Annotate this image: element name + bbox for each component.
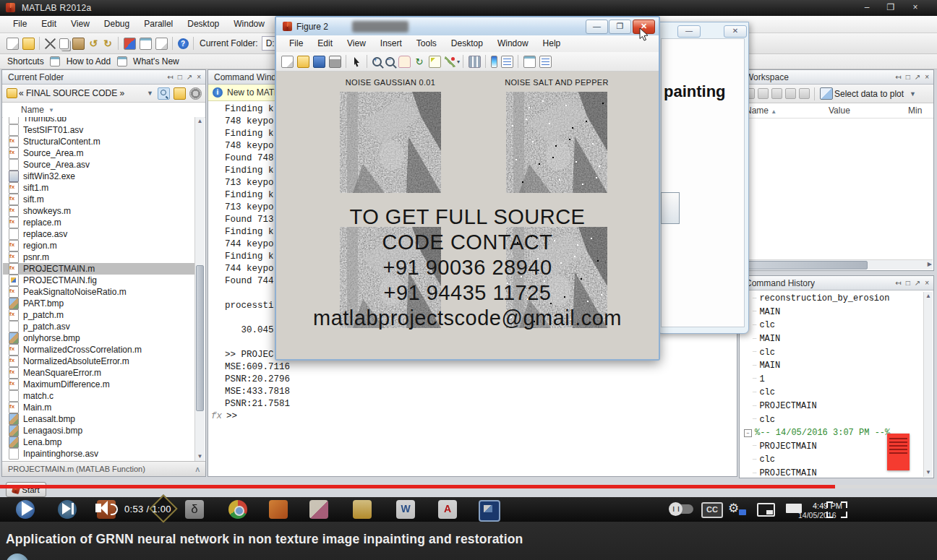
- redo-icon[interactable]: ↻: [103, 38, 114, 49]
- whats-new-link[interactable]: What's New: [133, 56, 179, 66]
- history-item[interactable]: ┈ MAIN: [744, 306, 923, 319]
- dropdown-arrow-icon[interactable]: ▼: [910, 90, 916, 98]
- history-item[interactable]: ┈ clc: [744, 386, 923, 400]
- channel-avatar[interactable]: [6, 553, 29, 560]
- history-item[interactable]: ┈ clc: [744, 345, 923, 359]
- col-name[interactable]: Name ▲: [740, 105, 829, 116]
- collapse-icon[interactable]: –: [744, 429, 752, 437]
- pan-icon[interactable]: [398, 56, 411, 68]
- how-to-add-link[interactable]: How to Add: [67, 56, 111, 66]
- rotate3d-icon[interactable]: ↻: [414, 56, 425, 67]
- menu-item-desktop[interactable]: Desktop: [180, 16, 226, 32]
- file-row[interactable]: Lena.bmp: [3, 436, 195, 448]
- col-min[interactable]: Min: [908, 105, 922, 116]
- file-details-bar[interactable]: PROJECTMAIN.m (MATLAB Function) ᴧ: [2, 461, 205, 476]
- file-row[interactable]: onlyhorse.bmp: [3, 332, 195, 344]
- import-data-icon[interactable]: [771, 88, 782, 99]
- file-row[interactable]: Source_Area.asv: [3, 159, 195, 171]
- figure-titlebar[interactable]: Figure 2 — ❐ ✕: [276, 17, 659, 36]
- settings-gear-icon[interactable]: ⚙: [728, 501, 739, 516]
- up-folder-icon[interactable]: [174, 87, 186, 100]
- zoom-out-icon[interactable]: [385, 57, 395, 66]
- file-row[interactable]: sift1.m: [3, 182, 195, 194]
- file-row[interactable]: MaximumDifference.m: [3, 379, 195, 390]
- file-row[interactable]: Lenasalt.bmp: [3, 413, 195, 425]
- file-row[interactable]: StructuralContent.m: [3, 136, 195, 147]
- cut-icon[interactable]: [45, 38, 56, 49]
- file-row[interactable]: p_patch.asv: [3, 321, 195, 332]
- help-icon[interactable]: ?: [178, 38, 189, 49]
- menu-item-view[interactable]: View: [64, 16, 97, 32]
- scroll-up-icon[interactable]: ▲: [924, 292, 933, 301]
- legend-icon[interactable]: [501, 56, 513, 68]
- file-list-scrollbar[interactable]: ▲ ▼: [194, 117, 205, 461]
- copy-icon[interactable]: [59, 38, 69, 49]
- dialog-minimize-button[interactable]: —: [677, 25, 701, 38]
- autoplay-toggle[interactable]: [670, 504, 693, 514]
- guide-icon[interactable]: [140, 38, 152, 50]
- file-row[interactable]: PROJECTMAIN.m: [3, 263, 195, 275]
- command-prompt[interactable]: fx>>: [211, 411, 237, 421]
- menu-item-desktop[interactable]: Desktop: [444, 35, 490, 51]
- file-row[interactable]: Source_Area.m: [3, 147, 195, 159]
- miniplayer-icon[interactable]: [757, 503, 775, 517]
- history-item[interactable]: ┈ clc: [744, 413, 923, 426]
- menu-item-debug[interactable]: Debug: [97, 16, 137, 32]
- file-row[interactable]: Thumbs.db: [3, 117, 195, 124]
- shortcut-icon[interactable]: [117, 56, 127, 66]
- file-row[interactable]: PART.bmp: [3, 298, 195, 309]
- address-text[interactable]: « FINAL SOURCE CODE »: [19, 88, 145, 98]
- file-row[interactable]: psnr.m: [3, 251, 195, 263]
- file-row[interactable]: p_patch.m: [3, 309, 195, 321]
- print-icon[interactable]: [329, 56, 341, 68]
- colorbar-icon[interactable]: [491, 56, 497, 68]
- open-variable-icon[interactable]: [758, 88, 769, 99]
- menu-item-window[interactable]: Window: [226, 16, 272, 32]
- file-row[interactable]: PeakSignaltoNoiseRatio.m: [3, 286, 195, 298]
- file-row[interactable]: siftWin32.exe: [3, 171, 195, 182]
- file-row[interactable]: PROJECTMAIN.fig: [3, 275, 195, 286]
- select-data-to-plot[interactable]: Select data to plot: [834, 89, 904, 99]
- dialog-close-button[interactable]: ✕: [724, 25, 747, 38]
- menu-item-view[interactable]: View: [340, 35, 373, 51]
- history-item[interactable]: ┈ MAIN: [744, 332, 923, 346]
- new-figure-icon[interactable]: [281, 56, 294, 68]
- undo-icon[interactable]: ↺: [88, 38, 99, 49]
- dock-plot-icon[interactable]: [523, 56, 536, 68]
- menu-item-file[interactable]: File: [282, 35, 310, 51]
- panel-buttons[interactable]: ↤□↗×: [167, 73, 202, 81]
- scroll-down-icon[interactable]: ▼: [924, 468, 933, 477]
- menu-item-tools[interactable]: Tools: [409, 35, 444, 51]
- file-row[interactable]: MeanSquareError.m: [3, 367, 195, 379]
- delete-variable-icon[interactable]: [799, 88, 810, 99]
- file-row[interactable]: replace.m: [3, 217, 195, 228]
- play-icon[interactable]: [22, 501, 33, 516]
- dialog-partial-button[interactable]: [661, 192, 680, 224]
- history-item[interactable]: ┈ clc: [744, 319, 923, 332]
- zoom-in-icon[interactable]: [372, 57, 382, 66]
- plottools-icon[interactable]: [539, 56, 552, 68]
- menu-item-file[interactable]: File: [6, 16, 34, 32]
- figure-restore-button[interactable]: ❐: [609, 20, 631, 34]
- menu-item-window[interactable]: Window: [490, 35, 536, 51]
- new-file-icon[interactable]: [7, 38, 19, 50]
- file-row[interactable]: Inpaintinghorse.asv: [3, 448, 195, 460]
- file-row[interactable]: match.c: [3, 390, 195, 402]
- save-workspace-icon[interactable]: [785, 88, 796, 99]
- scroll-down-icon[interactable]: ▼: [195, 452, 205, 461]
- history-item[interactable]: ┈ MAIN: [744, 359, 923, 373]
- figure-minimize-button[interactable]: —: [586, 20, 608, 34]
- panel-buttons[interactable]: ↤□↗×: [895, 279, 930, 287]
- data-cursor-icon[interactable]: [429, 56, 441, 68]
- file-row[interactable]: NormalizedCrossCorrelation.m: [3, 344, 195, 356]
- address-bar[interactable]: « FINAL SOURCE CODE » ▼: [2, 85, 205, 103]
- gear-icon[interactable]: [189, 87, 202, 100]
- file-row[interactable]: Lenagaosi.bmp: [3, 425, 195, 436]
- history-scrollbar[interactable]: ▲ ▼: [923, 292, 933, 477]
- file-row[interactable]: region.m: [3, 240, 195, 251]
- menu-item-insert[interactable]: Insert: [373, 35, 409, 51]
- col-value[interactable]: Value: [829, 105, 908, 116]
- cc-button[interactable]: CC: [701, 502, 723, 518]
- volume-icon[interactable]: [95, 504, 101, 512]
- menu-item-edit[interactable]: Edit: [34, 16, 64, 32]
